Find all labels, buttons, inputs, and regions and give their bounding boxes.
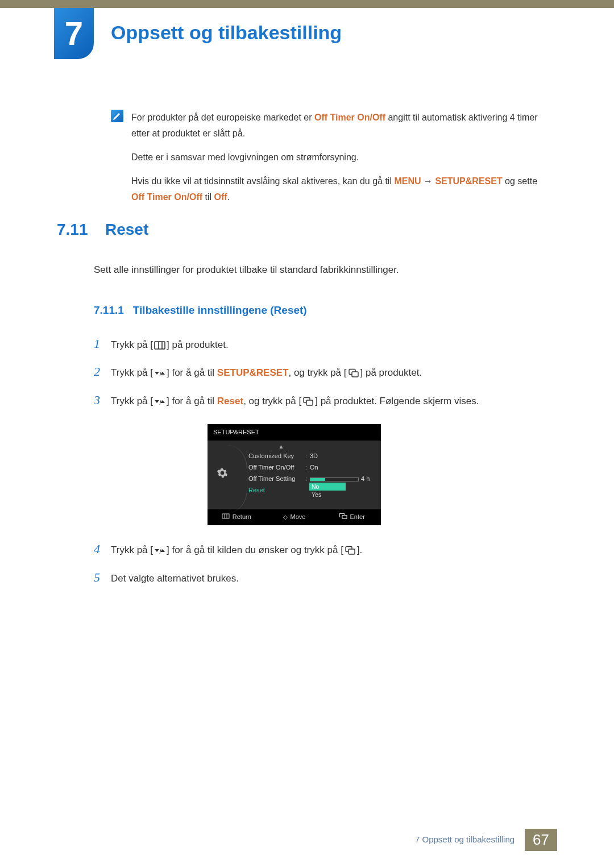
osd-screenshot: SETUP&RESET ▲ Customized Key : 3D [208,424,381,526]
osd-label: Reset [248,485,305,496]
osd-footer-return: Return [208,512,265,523]
osd-row-customized-key: Customized Key : 3D [248,451,376,462]
osd-menu: SETUP&RESET ▲ Customized Key : 3D [208,424,381,526]
text: ] på produktet. [167,339,229,350]
osd-body: ▲ Customized Key : 3D Off Timer On/Off :… [208,441,381,509]
svg-rect-5 [352,372,358,377]
highlight-off: Off [214,192,227,202]
top-color-band [0,0,614,8]
osd-footer-label: Return [233,512,251,523]
step-2: 2 Trykk på [/] for å gå til SETUP&RESET,… [94,360,546,383]
step-3: 3 Trykk på [/] for å gå til Reset, og tr… [94,389,546,412]
gear-icon [217,467,228,479]
text: ] på produktet. [360,367,422,378]
text: , og trykk på [ [243,396,301,406]
highlight-menu: MENU [394,176,421,186]
step-number: 2 [94,360,104,383]
text: Trykk på [ [111,367,153,378]
enter-icon [347,367,360,376]
svg-rect-8 [306,400,313,405]
note-body: For produkter på det europeiske markedet… [131,110,546,213]
chapter-number: 7 [65,17,83,50]
svg-rect-13 [342,516,347,519]
section-desc: Sett alle innstillinger for produktet ti… [94,261,546,279]
section-number: 7.11 [57,221,94,239]
section-7-11: 7.11 Reset Sett alle innstillinger for p… [57,221,546,594]
text: , og trykk på [ [288,367,346,378]
slider-fill [310,478,325,481]
text: Trykk på [ [111,545,153,555]
osd-value-text: 4 h [361,474,370,485]
osd-footer-move: ◇Move [265,512,323,523]
osd-option-no: No [309,483,346,491]
text: ]. [357,545,362,555]
footer-chapter-ref: 7 Oppsett og tilbakestilling [405,829,525,851]
text: ] for å gå til [167,367,217,378]
info-note: For produkter på det europeiske markedet… [111,110,546,213]
subsection-number: 7.11.1 [94,304,124,316]
step-text: Trykk på [] på produktet. [111,337,546,354]
step-number: 4 [94,538,104,560]
step-text: Trykk på [/] for å gå til kilden du ønsk… [111,542,546,559]
osd-options-popup: No Yes [309,483,346,499]
up-down-icon: / [154,544,166,554]
page-footer: 7 Oppsett og tilbakestilling 67 [405,829,557,851]
return-icon [222,512,230,522]
text: Trykk på [ [111,339,153,350]
osd-option-yes: Yes [309,491,346,499]
step-text: Trykk på [/] for å gå til Reset, og tryk… [111,393,546,410]
step-4: 4 Trykk på [/] for å gå til kilden du øn… [94,538,546,560]
text: Hvis du ikke vil at tidsinnstilt avslåin… [131,176,394,186]
text: Trykk på [ [111,396,153,406]
step-5: 5 Det valgte alternativet brukes. [94,566,546,589]
text: For produkter på det europeiske markedet… [131,113,314,122]
enter-icon [339,512,347,522]
step-number: 1 [94,333,104,355]
section-body: Sett alle innstillinger for produktet ti… [94,261,546,588]
text: ] for å gå til [167,396,217,406]
osd-footer-label: Move [291,512,306,523]
note-p3: Hvis du ikke vil at tidsinnstilt avslåin… [131,173,546,205]
up-caret-icon: ▲ [248,444,376,450]
svg-rect-9 [222,514,229,518]
step-text: Det valgte alternativet brukes. [111,570,546,588]
text: og sette [503,176,537,186]
highlight-reset: Reset [217,396,243,406]
highlight-off-timer: Off Timer On/Off [314,113,385,122]
menu-button-icon [154,339,166,348]
text: ] for å gå til kilden du ønsker og trykk… [167,545,343,555]
step-number: 3 [94,389,104,412]
colon: : [305,451,310,462]
highlight-setup-reset: SETUP&RESET [217,367,289,378]
section-heading: 7.11 Reset [57,221,546,239]
move-icon: ◇ [283,512,288,522]
subsection-title: Tilbakestille innstillingene (Reset) [133,304,307,316]
page-number: 67 [525,829,557,851]
note-p1: For produkter på det europeiske markedet… [131,110,546,142]
enter-icon [344,544,356,554]
arrow-icon: → [421,176,435,186]
chapter-number-badge: 7 [54,8,94,59]
up-down-icon: / [154,395,166,405]
text: til [202,192,214,202]
note-p2: Dette er i samsvar med lovgivningen om s… [131,149,546,165]
svg-rect-0 [155,342,165,349]
colon: : [305,462,310,474]
osd-rows: ▲ Customized Key : 3D Off Timer On/Off :… [233,444,376,502]
osd-value: On [310,462,376,474]
highlight-off-timer-2: Off Timer On/Off [131,192,202,202]
svg-rect-16 [349,549,355,554]
osd-row-off-timer-onoff: Off Timer On/Off : On [248,462,376,474]
osd-title: SETUP&RESET [208,424,381,441]
osd-footer-enter: Enter [323,512,381,523]
section-title: Reset [105,221,148,239]
text: ] på produktet. Følgende skjerm vises. [315,396,479,406]
osd-label: Off Timer Setting [248,474,305,485]
text: . [227,192,230,202]
slider-track [310,477,359,481]
osd-footer-label: Enter [350,512,365,523]
step-1: 1 Trykk på [] på produktet. [94,333,546,355]
osd-value: 3D [310,451,376,462]
up-down-icon: / [154,367,166,376]
step-text: Trykk på [/] for å gå til SETUP&RESET, o… [111,364,546,382]
